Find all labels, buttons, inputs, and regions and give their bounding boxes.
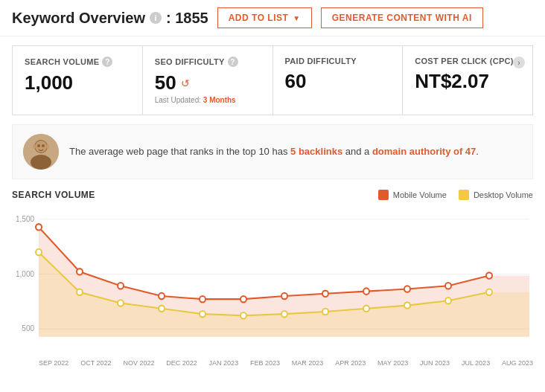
chart-title: SEARCH VOLUME	[12, 190, 95, 200]
paid-difficulty-label: PAID DIFFICULTY	[285, 57, 391, 65]
desktop-dot-3	[159, 306, 165, 312]
desktop-volume-legend: Desktop Volume	[459, 190, 533, 200]
svg-point-7	[46, 144, 49, 149]
paid-difficulty-card: PAID DIFFICULTY 60	[273, 46, 404, 115]
paid-difficulty-value: 60	[285, 70, 391, 93]
desktop-dot-7	[322, 309, 328, 315]
x-label-1: OCT 2022	[80, 359, 111, 367]
seo-difficulty-card: SEO DIFFICULTY ? 50 ↺ Last Updated: 3 Mo…	[143, 46, 273, 115]
cpc-label: COST PER CLICK (CPC)	[415, 57, 520, 65]
svg-point-2	[31, 155, 51, 170]
page-header: Keyword Overview i : 1855 ADD TO LIST ▼ …	[0, 0, 545, 36]
cpc-value: NT$2.07	[415, 70, 520, 93]
mobile-dot-0	[36, 224, 42, 230]
mobile-dot-5	[240, 296, 246, 302]
insight-domain-authority: domain authority of 47	[372, 146, 476, 157]
x-label-9: JUN 2023	[420, 359, 450, 367]
x-label-3: DEC 2022	[166, 359, 197, 367]
mobile-dot-10	[445, 283, 451, 289]
mobile-dot-2	[118, 283, 124, 289]
mobile-volume-legend: Mobile Volume	[378, 190, 447, 200]
mobile-dot-11	[486, 272, 492, 278]
search-volume-value: 1,000	[25, 71, 130, 94]
svg-text:1,000: 1,000	[16, 269, 34, 277]
desktop-dot-8	[363, 306, 369, 312]
desktop-dot-9	[404, 302, 410, 308]
search-volume-card: SEARCH VOLUME ? 1,000	[13, 46, 143, 115]
desktop-dot-2	[118, 300, 124, 306]
seo-difficulty-label: SEO DIFFICULTY ?	[155, 57, 261, 67]
desktop-dot-10	[445, 298, 451, 303]
seo-difficulty-sub: Last Updated: 3 Months	[155, 96, 261, 104]
mobile-dot-4	[200, 296, 205, 302]
x-label-4: JAN 2023	[209, 359, 239, 367]
mobile-dot-9	[404, 286, 410, 292]
search-volume-label: SEARCH VOLUME ?	[25, 57, 130, 67]
desktop-dot-6	[281, 311, 287, 317]
insight-before: The average web page that ranks in the t…	[69, 146, 290, 157]
chart-container: 1,500 1,000 500	[12, 208, 533, 356]
chart-section: SEARCH VOLUME Mobile Volume Desktop Volu…	[12, 190, 533, 367]
chevron-down-icon: ▼	[293, 14, 300, 22]
chart-x-labels: SEP 2022 OCT 2022 NOV 2022 DEC 2022 JAN …	[12, 356, 533, 367]
mobile-dot-1	[77, 269, 83, 274]
insight-after: .	[476, 146, 479, 157]
x-label-7: APR 2023	[335, 359, 366, 367]
svg-point-4	[37, 144, 40, 147]
seo-last-updated: 3 Months	[203, 96, 236, 104]
desktop-dot-5	[240, 312, 246, 318]
generate-content-button[interactable]: GENERATE CONTENT WITH AI	[321, 7, 483, 28]
mobile-legend-label: Mobile Volume	[393, 190, 447, 199]
title-info-icon[interactable]: i	[150, 12, 162, 24]
x-label-2: NOV 2022	[123, 359, 154, 367]
x-label-11: AUG 2023	[502, 359, 533, 367]
desktop-dot-11	[486, 289, 492, 295]
insight-middle: and a	[342, 146, 372, 157]
cpc-card: COST PER CLICK (CPC) NT$2.07 ›	[403, 46, 532, 115]
page-title: Keyword Overview i : 1855	[12, 10, 208, 27]
title-text: Keyword Overview	[12, 10, 145, 27]
desktop-legend-dot	[459, 190, 469, 200]
mobile-dot-3	[159, 293, 165, 299]
x-label-5: FEB 2023	[250, 359, 280, 367]
mobile-dot-6	[281, 293, 287, 299]
keyword-number: : 1855	[166, 10, 208, 27]
x-label-8: MAY 2023	[377, 359, 408, 367]
add-to-list-label: ADD TO LIST	[229, 13, 289, 23]
mobile-legend-dot	[378, 190, 389, 200]
refresh-icon[interactable]: ↺	[181, 77, 190, 89]
desktop-legend-label: Desktop Volume	[474, 190, 533, 199]
insight-text: The average web page that ranks in the t…	[69, 144, 479, 159]
stats-row: SEARCH VOLUME ? 1,000 SEO DIFFICULTY ? 5…	[12, 45, 533, 115]
x-label-6: MAR 2023	[292, 359, 324, 367]
desktop-dot-0	[36, 249, 42, 255]
avatar	[23, 134, 59, 170]
insight-banner: The average web page that ranks in the t…	[12, 124, 533, 179]
svg-text:1,500: 1,500	[16, 215, 34, 223]
chart-legend: Mobile Volume Desktop Volume	[378, 190, 533, 200]
cpc-arrow-icon[interactable]: ›	[513, 57, 525, 68]
desktop-dot-4	[200, 311, 205, 317]
avatar-image	[23, 134, 59, 170]
seo-difficulty-info-icon[interactable]: ?	[228, 57, 238, 67]
svg-point-6	[33, 144, 36, 149]
x-label-0: SEP 2022	[39, 359, 68, 367]
desktop-dot-1	[77, 289, 83, 295]
generate-label: GENERATE CONTENT WITH AI	[332, 13, 472, 23]
mobile-dot-7	[322, 291, 328, 297]
search-volume-info-icon[interactable]: ?	[102, 57, 112, 67]
chart-svg: 1,500 1,000 500	[12, 208, 533, 356]
chart-header: SEARCH VOLUME Mobile Volume Desktop Volu…	[12, 190, 533, 200]
insight-backlinks: 5 backlinks	[290, 146, 342, 157]
x-label-10: JUL 2023	[462, 359, 490, 367]
add-to-list-button[interactable]: ADD TO LIST ▼	[217, 7, 312, 28]
mobile-dot-8	[363, 288, 369, 294]
seo-difficulty-value: 50	[155, 71, 176, 94]
svg-point-5	[42, 144, 45, 147]
svg-text:500: 500	[22, 324, 34, 332]
